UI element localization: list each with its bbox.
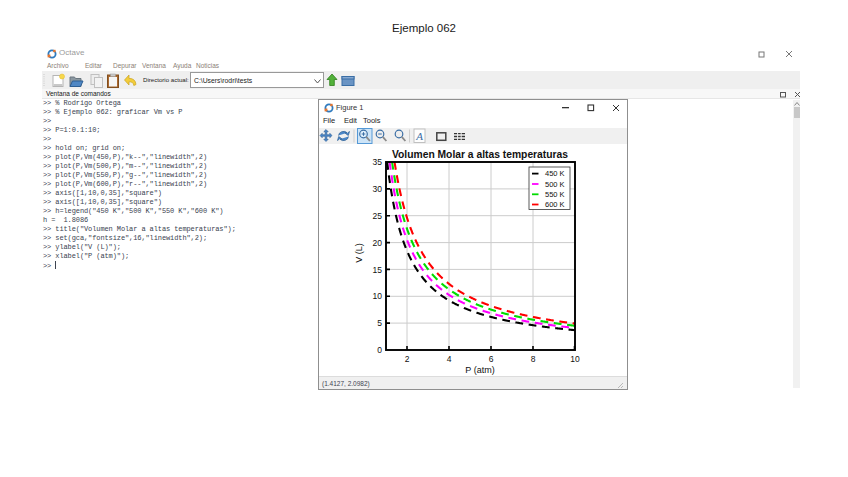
svg-text:6: 6 — [489, 354, 494, 364]
svg-text:2: 2 — [405, 354, 410, 364]
svg-text:550 K: 550 K — [545, 190, 565, 199]
svg-text:8: 8 — [531, 354, 536, 364]
svg-text:25: 25 — [373, 211, 383, 221]
svg-text:500 K: 500 K — [545, 180, 565, 189]
svg-text:10: 10 — [373, 291, 383, 301]
svg-text:0: 0 — [377, 345, 382, 355]
svg-text:20: 20 — [373, 238, 383, 248]
svg-text:P (atm): P (atm) — [465, 365, 494, 375]
svg-text:450 K: 450 K — [545, 169, 565, 178]
svg-text:15: 15 — [373, 265, 383, 275]
svg-text:10: 10 — [570, 354, 580, 364]
svg-text:A: A — [415, 130, 423, 142]
svg-text:5: 5 — [377, 318, 382, 328]
svg-text:600 K: 600 K — [545, 200, 565, 209]
svg-text:30: 30 — [373, 184, 383, 194]
svg-text:Volumen Molar a altas temperat: Volumen Molar a altas temperaturas — [392, 149, 568, 160]
svg-text:35: 35 — [373, 157, 383, 167]
svg-text:V (L): V (L) — [354, 243, 364, 263]
svg-text:4: 4 — [447, 354, 452, 364]
